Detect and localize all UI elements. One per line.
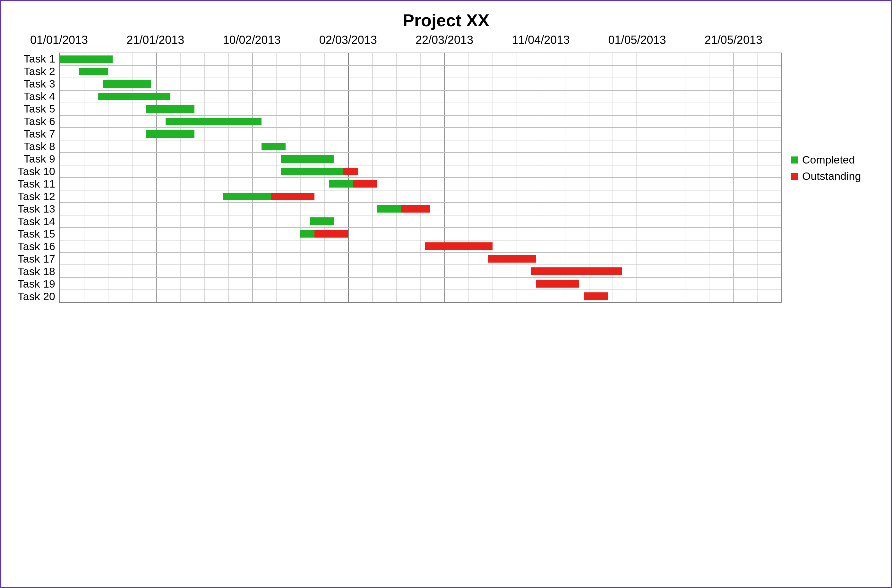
gantt-bar — [310, 218, 334, 225]
gantt-row — [60, 277, 781, 290]
gantt-row — [60, 177, 781, 190]
gantt-bar — [146, 105, 194, 113]
task-label: Task 11 — [11, 178, 59, 190]
gantt-row — [60, 240, 781, 252]
task-label: Task 19 — [11, 278, 59, 290]
gantt-bar — [165, 118, 262, 125]
gantt-bar — [377, 205, 430, 213]
bar-segment-completed — [79, 68, 108, 76]
gantt-row — [60, 290, 781, 302]
bar-segment-outstanding — [401, 205, 430, 213]
task-label: Task 6 — [11, 115, 59, 128]
gantt-row — [60, 115, 781, 128]
bar-segment-completed — [98, 93, 170, 100]
bar-segment-outstanding — [425, 242, 492, 250]
legend-swatch-outstanding — [791, 173, 798, 180]
task-label: Task 10 — [11, 165, 59, 178]
gantt-row — [60, 227, 781, 240]
gantt-bar — [98, 93, 170, 100]
task-label: Task 1 — [11, 52, 59, 65]
gantt-bar — [262, 142, 286, 150]
bar-segment-completed — [262, 142, 286, 150]
x-tick-label: 01/05/2013 — [608, 33, 666, 47]
bar-segment-outstanding — [531, 267, 623, 275]
bar-segment-completed — [310, 218, 334, 225]
gantt-bar — [281, 168, 358, 176]
gantt-bar — [60, 56, 113, 63]
legend: Completed Outstanding — [782, 33, 881, 303]
gantt-grid — [59, 52, 782, 303]
task-label: Task 12 — [11, 190, 59, 202]
gantt-row — [60, 90, 781, 103]
legend-item-outstanding: Outstanding — [791, 170, 881, 182]
bar-segment-completed — [281, 155, 334, 163]
gantt-bar — [425, 242, 492, 250]
gantt-bar — [488, 255, 536, 262]
task-label: Task 5 — [11, 103, 59, 115]
gantt-rows — [60, 53, 781, 302]
gantt-bar — [584, 292, 608, 300]
task-label: Task 13 — [11, 202, 59, 215]
bar-segment-completed — [281, 168, 343, 176]
x-tick-label: 02/03/2013 — [319, 33, 377, 47]
gantt-bar — [300, 230, 348, 238]
task-label: Task 8 — [11, 140, 59, 153]
x-tick-label: 01/01/2013 — [30, 33, 88, 47]
gantt-row — [60, 215, 781, 227]
plot-column: 01/01/201321/01/201310/02/201302/03/2013… — [11, 33, 782, 303]
gantt-bar — [146, 130, 194, 138]
task-label: Task 3 — [11, 78, 59, 90]
x-tick-label: 21/01/2013 — [126, 33, 184, 47]
gantt-row — [60, 78, 781, 90]
gantt-row — [60, 127, 781, 140]
chart-title: Project XX — [11, 10, 881, 30]
bar-segment-completed — [60, 56, 113, 63]
legend-item-completed: Completed — [791, 154, 881, 166]
gantt-row — [60, 264, 781, 277]
bar-segment-outstanding — [488, 255, 536, 262]
bar-segment-outstanding — [353, 180, 377, 188]
gantt-bar — [531, 267, 623, 275]
x-tick-label: 11/04/2013 — [512, 33, 570, 47]
bar-segment-completed — [165, 118, 262, 125]
gantt-row — [60, 103, 781, 115]
gantt-row — [60, 140, 781, 152]
bar-segment-completed — [146, 130, 194, 138]
gantt-bar — [329, 180, 377, 188]
gantt-row — [60, 252, 781, 265]
x-tick-label: 21/05/2013 — [705, 33, 763, 47]
bar-segment-completed — [103, 80, 151, 88]
x-tick-label: 10/02/2013 — [223, 33, 280, 47]
legend-label-outstanding: Outstanding — [802, 170, 861, 182]
gantt-bar — [79, 68, 108, 76]
bar-segment-outstanding — [271, 193, 314, 200]
task-label: Task 17 — [11, 253, 59, 265]
task-label: Task 18 — [11, 265, 59, 278]
gantt-row — [60, 65, 781, 78]
bar-segment-completed — [300, 230, 314, 238]
gantt-row — [60, 165, 781, 177]
bar-segment-outstanding — [314, 230, 348, 238]
bar-segment-completed — [329, 180, 353, 188]
legend-label-completed: Completed — [802, 154, 855, 166]
bar-segment-outstanding — [536, 280, 579, 288]
bar-segment-completed — [146, 105, 194, 113]
gantt-bar — [223, 193, 315, 200]
bar-segment-outstanding — [584, 292, 608, 300]
chart-frame: Project XX 01/01/201321/01/201310/02/201… — [0, 0, 892, 588]
y-axis-labels: Task 1Task 2Task 3Task 4Task 5Task 6Task… — [11, 52, 59, 303]
gantt-bar — [536, 280, 579, 288]
chart-area: 01/01/201321/01/201310/02/201302/03/2013… — [11, 33, 881, 303]
task-label: Task 16 — [11, 240, 59, 253]
gantt-row — [60, 152, 781, 165]
bar-segment-outstanding — [343, 168, 358, 176]
bar-segment-completed — [377, 205, 401, 213]
gantt-row — [60, 53, 781, 65]
task-label: Task 14 — [11, 215, 59, 228]
gantt-bar — [103, 80, 151, 88]
plot-row: Task 1Task 2Task 3Task 4Task 5Task 6Task… — [11, 52, 782, 303]
x-axis: 01/01/201321/01/201310/02/201302/03/2013… — [11, 33, 782, 52]
task-label: Task 20 — [11, 290, 59, 303]
task-label: Task 2 — [11, 65, 59, 78]
legend-swatch-completed — [791, 156, 798, 164]
